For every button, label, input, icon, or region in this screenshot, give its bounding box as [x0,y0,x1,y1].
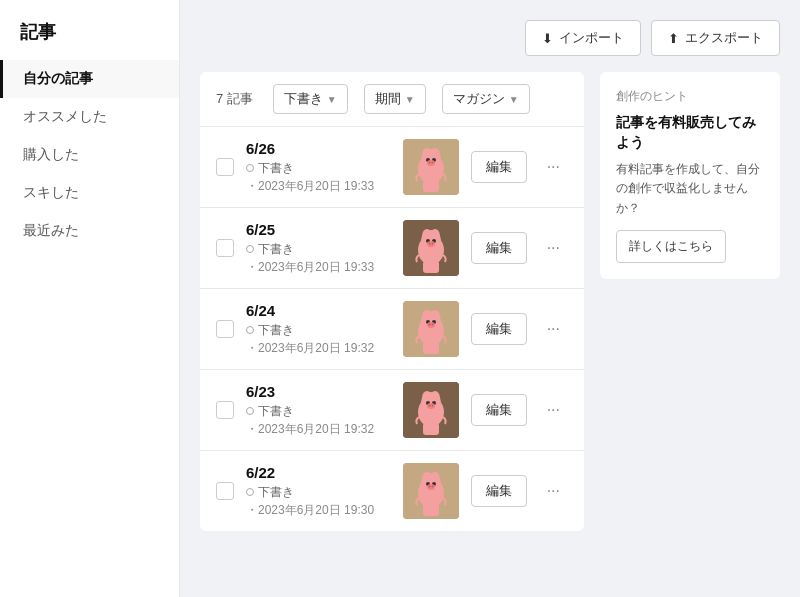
article-status-1: 下書き [246,241,391,258]
status-circle-icon [246,245,254,253]
status-circle-icon [246,326,254,334]
svg-point-8 [428,162,430,164]
svg-point-29 [427,322,435,328]
article-thumb-1 [403,220,459,276]
article-status-3: 下書き [246,403,391,420]
article-info-4: 6/22 下書き ・2023年6月20日 19:30 [246,464,391,519]
article-checkbox-0[interactable] [216,158,234,176]
svg-point-51 [427,484,435,490]
article-count: 7 記事 [216,90,253,108]
magazine-filter[interactable]: マガジン ▼ [442,84,530,114]
more-button-1[interactable]: ··· [539,233,568,263]
table-row: 6/22 下書き ・2023年6月20日 19:30 [200,451,584,531]
status-circle-icon [246,488,254,496]
svg-point-52 [428,486,430,488]
svg-rect-32 [423,342,439,354]
hint-link-button[interactable]: 詳しくはこちら [616,230,726,263]
article-thumb-4 [403,463,459,519]
more-button-4[interactable]: ··· [539,476,568,506]
svg-point-41 [428,405,430,407]
import-button[interactable]: ⬇ インポート [525,20,641,56]
hint-label: 創作のヒント [616,88,764,105]
article-date-0: ・2023年6月20日 19:33 [246,178,391,195]
sidebar-title: 記事 [0,20,179,60]
article-date-1: ・2023年6月20日 19:33 [246,259,391,276]
hint-panel: 創作のヒント 記事を有料販売してみよう 有料記事を作成して、自分の創作で収益化し… [600,72,780,531]
edit-button-0[interactable]: 編集 [471,151,527,183]
status-circle-icon [246,164,254,172]
article-checkbox-2[interactable] [216,320,234,338]
edit-button-1[interactable]: 編集 [471,232,527,264]
sidebar-item-liked[interactable]: スキした [0,174,179,212]
sidebar-item-recent[interactable]: 最近みた [0,212,179,250]
edit-button-2[interactable]: 編集 [471,313,527,345]
svg-point-19 [428,243,430,245]
svg-point-18 [427,241,435,247]
svg-rect-10 [423,180,439,192]
svg-rect-43 [423,423,439,435]
more-button-2[interactable]: ··· [539,314,568,344]
table-row: 6/24 下書き ・2023年6月20日 19:32 [200,289,584,370]
svg-point-31 [431,324,433,326]
svg-rect-54 [423,504,439,516]
edit-button-3[interactable]: 編集 [471,394,527,426]
svg-point-53 [431,486,433,488]
article-title-3: 6/23 [246,383,391,400]
svg-point-40 [427,403,435,409]
sidebar-item-recommended[interactable]: オススメした [0,98,179,136]
sidebar-item-my-articles[interactable]: 自分の記事 [0,60,179,98]
article-info-1: 6/25 下書き ・2023年6月20日 19:33 [246,221,391,276]
svg-point-7 [427,160,435,166]
svg-rect-21 [423,261,439,273]
article-status-4: 下書き [246,484,391,501]
article-date-2: ・2023年6月20日 19:32 [246,340,391,357]
table-row: 6/25 下書き ・2023年6月20日 19:33 [200,208,584,289]
article-checkbox-3[interactable] [216,401,234,419]
article-date-4: ・2023年6月20日 19:30 [246,502,391,519]
chevron-down-icon: ▼ [405,94,415,105]
article-checkbox-4[interactable] [216,482,234,500]
content-area: 7 記事 下書き ▼ 期間 ▼ マガジン ▼ [200,72,780,531]
svg-point-30 [428,324,430,326]
svg-point-20 [431,243,433,245]
sidebar-item-purchased[interactable]: 購入した [0,136,179,174]
article-info-3: 6/23 下書き ・2023年6月20日 19:32 [246,383,391,438]
article-date-3: ・2023年6月20日 19:32 [246,421,391,438]
hint-card: 創作のヒント 記事を有料販売してみよう 有料記事を作成して、自分の創作で収益化し… [600,72,780,279]
status-circle-icon [246,407,254,415]
draft-filter[interactable]: 下書き ▼ [273,84,348,114]
article-info-2: 6/24 下書き ・2023年6月20日 19:32 [246,302,391,357]
article-title-4: 6/22 [246,464,391,481]
article-status-0: 下書き [246,160,391,177]
article-thumb-3 [403,382,459,438]
main-content: ⬇ インポート ⬆ エクスポート 7 記事 下書き ▼ [180,0,800,597]
article-title-1: 6/25 [246,221,391,238]
chevron-down-icon: ▼ [327,94,337,105]
article-checkbox-1[interactable] [216,239,234,257]
article-list-container: 7 記事 下書き ▼ 期間 ▼ マガジン ▼ [200,72,584,531]
sidebar: 記事 自分の記事 オススメした 購入した スキした 最近みた [0,0,180,597]
table-row: 6/26 下書き ・2023年6月20日 19:33 [200,127,584,208]
table-row: 6/23 下書き ・2023年6月20日 19:32 [200,370,584,451]
article-title-2: 6/24 [246,302,391,319]
article-title-0: 6/26 [246,140,391,157]
period-filter[interactable]: 期間 ▼ [364,84,426,114]
filters-bar: 7 記事 下書き ▼ 期間 ▼ マガジン ▼ [200,72,584,127]
hint-desc: 有料記事を作成して、自分の創作で収益化しませんか？ [616,160,764,218]
edit-button-4[interactable]: 編集 [471,475,527,507]
article-info-0: 6/26 下書き ・2023年6月20日 19:33 [246,140,391,195]
export-button[interactable]: ⬆ エクスポート [651,20,780,56]
svg-point-9 [431,162,433,164]
import-icon: ⬇ [542,31,553,46]
more-button-3[interactable]: ··· [539,395,568,425]
article-status-2: 下書き [246,322,391,339]
article-thumb-0 [403,139,459,195]
article-thumb-2 [403,301,459,357]
export-icon: ⬆ [668,31,679,46]
svg-point-42 [431,405,433,407]
main-header: ⬇ インポート ⬆ エクスポート [200,20,780,56]
hint-title: 記事を有料販売してみよう [616,113,764,152]
sidebar-nav: 自分の記事 オススメした 購入した スキした 最近みた [0,60,179,250]
chevron-down-icon: ▼ [509,94,519,105]
more-button-0[interactable]: ··· [539,152,568,182]
